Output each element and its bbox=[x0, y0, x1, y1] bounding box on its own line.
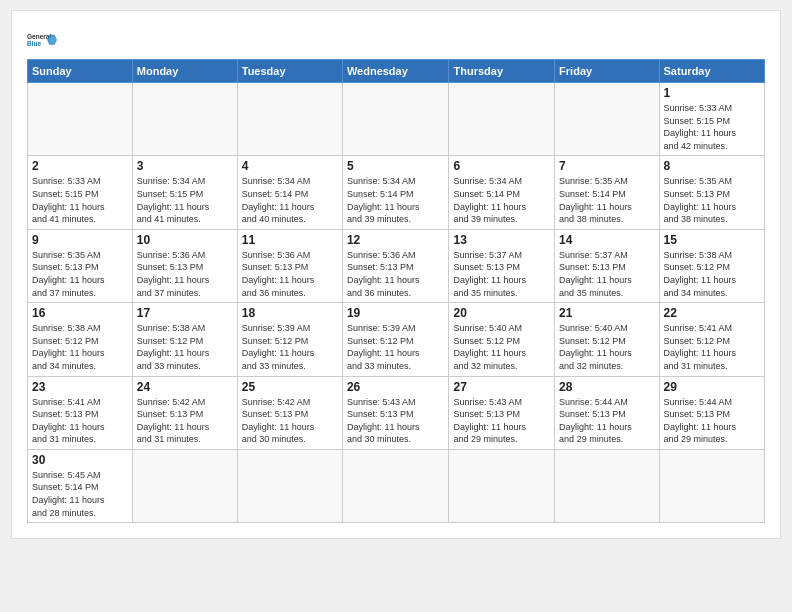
day-number: 22 bbox=[664, 306, 760, 320]
day-cell-13: 13Sunrise: 5:37 AM Sunset: 5:13 PM Dayli… bbox=[449, 229, 555, 302]
day-number: 27 bbox=[453, 380, 550, 394]
day-info: Sunrise: 5:35 AM Sunset: 5:14 PM Dayligh… bbox=[559, 175, 654, 225]
day-cell-19: 19Sunrise: 5:39 AM Sunset: 5:12 PM Dayli… bbox=[342, 303, 449, 376]
day-cell-22: 22Sunrise: 5:41 AM Sunset: 5:12 PM Dayli… bbox=[659, 303, 764, 376]
day-info: Sunrise: 5:38 AM Sunset: 5:12 PM Dayligh… bbox=[137, 322, 233, 372]
day-info: Sunrise: 5:38 AM Sunset: 5:12 PM Dayligh… bbox=[32, 322, 128, 372]
day-number: 28 bbox=[559, 380, 654, 394]
day-info: Sunrise: 5:39 AM Sunset: 5:12 PM Dayligh… bbox=[242, 322, 338, 372]
day-info: Sunrise: 5:42 AM Sunset: 5:13 PM Dayligh… bbox=[137, 396, 233, 446]
day-number: 4 bbox=[242, 159, 338, 173]
day-info: Sunrise: 5:33 AM Sunset: 5:15 PM Dayligh… bbox=[32, 175, 128, 225]
calendar-week-row: 2Sunrise: 5:33 AM Sunset: 5:15 PM Daylig… bbox=[28, 156, 765, 229]
day-number: 24 bbox=[137, 380, 233, 394]
day-number: 15 bbox=[664, 233, 760, 247]
day-info: Sunrise: 5:40 AM Sunset: 5:12 PM Dayligh… bbox=[453, 322, 550, 372]
day-number: 7 bbox=[559, 159, 654, 173]
calendar-week-row: 9Sunrise: 5:35 AM Sunset: 5:13 PM Daylig… bbox=[28, 229, 765, 302]
day-cell-18: 18Sunrise: 5:39 AM Sunset: 5:12 PM Dayli… bbox=[237, 303, 342, 376]
empty-day-cell bbox=[449, 449, 555, 522]
day-number: 20 bbox=[453, 306, 550, 320]
empty-day-cell bbox=[342, 449, 449, 522]
day-info: Sunrise: 5:35 AM Sunset: 5:13 PM Dayligh… bbox=[664, 175, 760, 225]
day-cell-17: 17Sunrise: 5:38 AM Sunset: 5:12 PM Dayli… bbox=[132, 303, 237, 376]
calendar-week-row: 16Sunrise: 5:38 AM Sunset: 5:12 PM Dayli… bbox=[28, 303, 765, 376]
day-cell-15: 15Sunrise: 5:38 AM Sunset: 5:12 PM Dayli… bbox=[659, 229, 764, 302]
day-cell-28: 28Sunrise: 5:44 AM Sunset: 5:13 PM Dayli… bbox=[555, 376, 659, 449]
weekday-header-thursday: Thursday bbox=[449, 60, 555, 83]
day-info: Sunrise: 5:33 AM Sunset: 5:15 PM Dayligh… bbox=[664, 102, 760, 152]
empty-day-cell bbox=[237, 83, 342, 156]
day-cell-27: 27Sunrise: 5:43 AM Sunset: 5:13 PM Dayli… bbox=[449, 376, 555, 449]
day-cell-9: 9Sunrise: 5:35 AM Sunset: 5:13 PM Daylig… bbox=[28, 229, 133, 302]
day-cell-14: 14Sunrise: 5:37 AM Sunset: 5:13 PM Dayli… bbox=[555, 229, 659, 302]
day-cell-29: 29Sunrise: 5:44 AM Sunset: 5:13 PM Dayli… bbox=[659, 376, 764, 449]
day-number: 21 bbox=[559, 306, 654, 320]
empty-day-cell bbox=[555, 83, 659, 156]
calendar-week-row: 1Sunrise: 5:33 AM Sunset: 5:15 PM Daylig… bbox=[28, 83, 765, 156]
day-cell-16: 16Sunrise: 5:38 AM Sunset: 5:12 PM Dayli… bbox=[28, 303, 133, 376]
header-section: General Blue bbox=[27, 21, 765, 51]
day-number: 25 bbox=[242, 380, 338, 394]
day-number: 5 bbox=[347, 159, 445, 173]
day-number: 9 bbox=[32, 233, 128, 247]
day-number: 11 bbox=[242, 233, 338, 247]
day-number: 8 bbox=[664, 159, 760, 173]
day-info: Sunrise: 5:35 AM Sunset: 5:13 PM Dayligh… bbox=[32, 249, 128, 299]
day-info: Sunrise: 5:45 AM Sunset: 5:14 PM Dayligh… bbox=[32, 469, 128, 519]
day-number: 26 bbox=[347, 380, 445, 394]
empty-day-cell bbox=[449, 83, 555, 156]
day-cell-12: 12Sunrise: 5:36 AM Sunset: 5:13 PM Dayli… bbox=[342, 229, 449, 302]
day-number: 30 bbox=[32, 453, 128, 467]
day-info: Sunrise: 5:43 AM Sunset: 5:13 PM Dayligh… bbox=[347, 396, 445, 446]
day-cell-26: 26Sunrise: 5:43 AM Sunset: 5:13 PM Dayli… bbox=[342, 376, 449, 449]
day-info: Sunrise: 5:36 AM Sunset: 5:13 PM Dayligh… bbox=[347, 249, 445, 299]
weekday-header-tuesday: Tuesday bbox=[237, 60, 342, 83]
empty-day-cell bbox=[132, 449, 237, 522]
day-cell-1: 1Sunrise: 5:33 AM Sunset: 5:15 PM Daylig… bbox=[659, 83, 764, 156]
day-cell-6: 6Sunrise: 5:34 AM Sunset: 5:14 PM Daylig… bbox=[449, 156, 555, 229]
day-info: Sunrise: 5:34 AM Sunset: 5:14 PM Dayligh… bbox=[347, 175, 445, 225]
day-info: Sunrise: 5:42 AM Sunset: 5:13 PM Dayligh… bbox=[242, 396, 338, 446]
empty-day-cell bbox=[555, 449, 659, 522]
weekday-header-friday: Friday bbox=[555, 60, 659, 83]
day-cell-21: 21Sunrise: 5:40 AM Sunset: 5:12 PM Dayli… bbox=[555, 303, 659, 376]
empty-day-cell bbox=[659, 449, 764, 522]
day-info: Sunrise: 5:34 AM Sunset: 5:15 PM Dayligh… bbox=[137, 175, 233, 225]
day-info: Sunrise: 5:37 AM Sunset: 5:13 PM Dayligh… bbox=[453, 249, 550, 299]
weekday-header-sunday: Sunday bbox=[28, 60, 133, 83]
day-number: 18 bbox=[242, 306, 338, 320]
day-cell-3: 3Sunrise: 5:34 AM Sunset: 5:15 PM Daylig… bbox=[132, 156, 237, 229]
empty-day-cell bbox=[342, 83, 449, 156]
day-number: 1 bbox=[664, 86, 760, 100]
day-info: Sunrise: 5:41 AM Sunset: 5:13 PM Dayligh… bbox=[32, 396, 128, 446]
empty-day-cell bbox=[237, 449, 342, 522]
day-cell-25: 25Sunrise: 5:42 AM Sunset: 5:13 PM Dayli… bbox=[237, 376, 342, 449]
day-cell-5: 5Sunrise: 5:34 AM Sunset: 5:14 PM Daylig… bbox=[342, 156, 449, 229]
weekday-header-wednesday: Wednesday bbox=[342, 60, 449, 83]
weekday-header-saturday: Saturday bbox=[659, 60, 764, 83]
svg-text:Blue: Blue bbox=[27, 40, 41, 47]
day-info: Sunrise: 5:44 AM Sunset: 5:13 PM Dayligh… bbox=[559, 396, 654, 446]
day-number: 6 bbox=[453, 159, 550, 173]
day-info: Sunrise: 5:40 AM Sunset: 5:12 PM Dayligh… bbox=[559, 322, 654, 372]
day-cell-20: 20Sunrise: 5:40 AM Sunset: 5:12 PM Dayli… bbox=[449, 303, 555, 376]
generalblue-logo-icon: General Blue bbox=[27, 31, 57, 51]
day-cell-8: 8Sunrise: 5:35 AM Sunset: 5:13 PM Daylig… bbox=[659, 156, 764, 229]
day-info: Sunrise: 5:43 AM Sunset: 5:13 PM Dayligh… bbox=[453, 396, 550, 446]
day-cell-4: 4Sunrise: 5:34 AM Sunset: 5:14 PM Daylig… bbox=[237, 156, 342, 229]
day-number: 12 bbox=[347, 233, 445, 247]
day-cell-2: 2Sunrise: 5:33 AM Sunset: 5:15 PM Daylig… bbox=[28, 156, 133, 229]
day-number: 23 bbox=[32, 380, 128, 394]
day-info: Sunrise: 5:34 AM Sunset: 5:14 PM Dayligh… bbox=[453, 175, 550, 225]
day-number: 29 bbox=[664, 380, 760, 394]
day-number: 17 bbox=[137, 306, 233, 320]
day-info: Sunrise: 5:44 AM Sunset: 5:13 PM Dayligh… bbox=[664, 396, 760, 446]
day-cell-10: 10Sunrise: 5:36 AM Sunset: 5:13 PM Dayli… bbox=[132, 229, 237, 302]
day-info: Sunrise: 5:38 AM Sunset: 5:12 PM Dayligh… bbox=[664, 249, 760, 299]
calendar-week-row: 23Sunrise: 5:41 AM Sunset: 5:13 PM Dayli… bbox=[28, 376, 765, 449]
day-number: 3 bbox=[137, 159, 233, 173]
day-cell-7: 7Sunrise: 5:35 AM Sunset: 5:14 PM Daylig… bbox=[555, 156, 659, 229]
weekday-header-row: SundayMondayTuesdayWednesdayThursdayFrid… bbox=[28, 60, 765, 83]
day-info: Sunrise: 5:34 AM Sunset: 5:14 PM Dayligh… bbox=[242, 175, 338, 225]
